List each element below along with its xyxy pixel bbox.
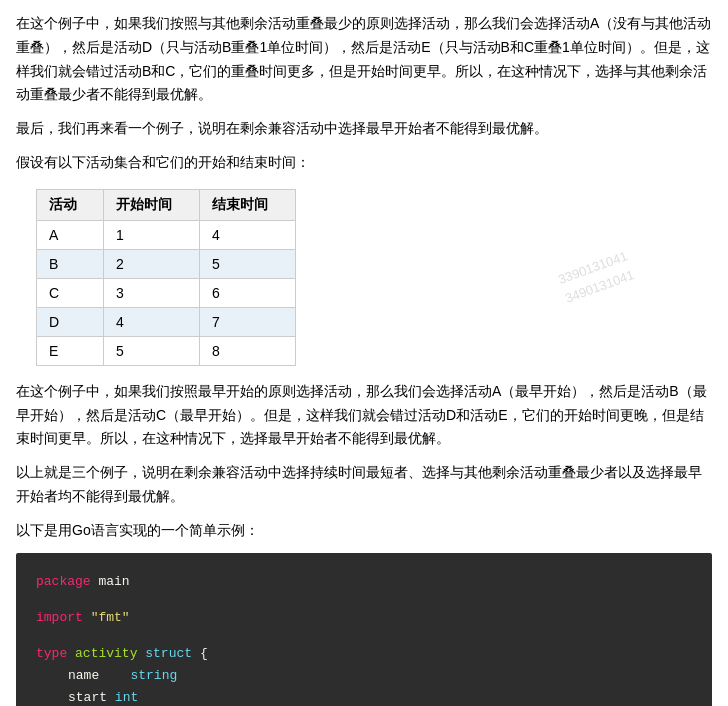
code-line-type: type activity struct { <box>36 643 692 665</box>
watermark: 3390131041 3490131041 <box>555 247 636 308</box>
table-row: A14 <box>37 220 296 249</box>
field-type-string: string <box>130 668 177 683</box>
paragraph-5: 以上就是三个例子，说明在剩余兼容活动中选择持续时间最短者、选择与其他剩余活动重叠… <box>16 461 712 509</box>
activity-table: 活动 开始时间 结束时间 A14B25C36D47E58 <box>36 189 296 366</box>
keyword-type: type <box>36 646 67 661</box>
table-cell: D <box>37 307 104 336</box>
import-path: "fmt" <box>91 610 130 625</box>
paragraph-1: 在这个例子中，如果我们按照与其他剩余活动重叠最少的原则选择活动，那么我们会选择活… <box>16 12 712 107</box>
table-row: B25 <box>37 249 296 278</box>
code-line-name: name string <box>36 665 692 687</box>
col-activity: 活动 <box>37 189 104 220</box>
table-container: 活动 开始时间 结束时间 A14B25C36D47E58 3390131041 … <box>16 189 712 366</box>
main-content: 在这个例子中，如果我们按照与其他剩余活动重叠最少的原则选择活动，那么我们会选择活… <box>0 0 728 706</box>
field-start: start <box>68 690 107 705</box>
table-row: E58 <box>37 336 296 365</box>
paragraph-3: 假设有以下活动集合和它们的开始和结束时间： <box>16 151 712 175</box>
table-cell: 8 <box>200 336 296 365</box>
table-cell: A <box>37 220 104 249</box>
table-cell: 7 <box>200 307 296 336</box>
table-row: C36 <box>37 278 296 307</box>
table-header-row: 活动 开始时间 结束时间 <box>37 189 296 220</box>
code-line-package: package main <box>36 571 692 593</box>
keyword-struct: struct <box>145 646 192 661</box>
table-cell: 5 <box>200 249 296 278</box>
paragraph-6: 以下是用Go语言实现的一个简单示例： <box>16 519 712 543</box>
table-cell: 6 <box>200 278 296 307</box>
field-name: name <box>68 668 99 683</box>
col-start-time: 开始时间 <box>104 189 200 220</box>
table-cell: B <box>37 249 104 278</box>
table-cell: E <box>37 336 104 365</box>
keyword-package: package <box>36 574 91 589</box>
table-cell: C <box>37 278 104 307</box>
table-cell: 4 <box>104 307 200 336</box>
field-int1: int <box>115 690 138 705</box>
code-block: package main import "fmt" type activity … <box>16 553 712 706</box>
paragraph-2: 最后，我们再来看一个例子，说明在剩余兼容活动中选择最早开始者不能得到最优解。 <box>16 117 712 141</box>
paragraph-4: 在这个例子中，如果我们按照最早开始的原则选择活动，那么我们会选择活动A（最早开始… <box>16 380 712 451</box>
table-cell: 2 <box>104 249 200 278</box>
open-brace: { <box>200 646 208 661</box>
table-cell: 1 <box>104 220 200 249</box>
code-line-start: start int <box>36 687 692 706</box>
table-row: D47 <box>37 307 296 336</box>
col-end-time: 结束时间 <box>200 189 296 220</box>
keyword-import: import <box>36 610 83 625</box>
code-line-import: import "fmt" <box>36 607 692 629</box>
table-cell: 5 <box>104 336 200 365</box>
table-cell: 3 <box>104 278 200 307</box>
type-name: activity <box>75 646 137 661</box>
table-cell: 4 <box>200 220 296 249</box>
package-name: main <box>98 574 129 589</box>
